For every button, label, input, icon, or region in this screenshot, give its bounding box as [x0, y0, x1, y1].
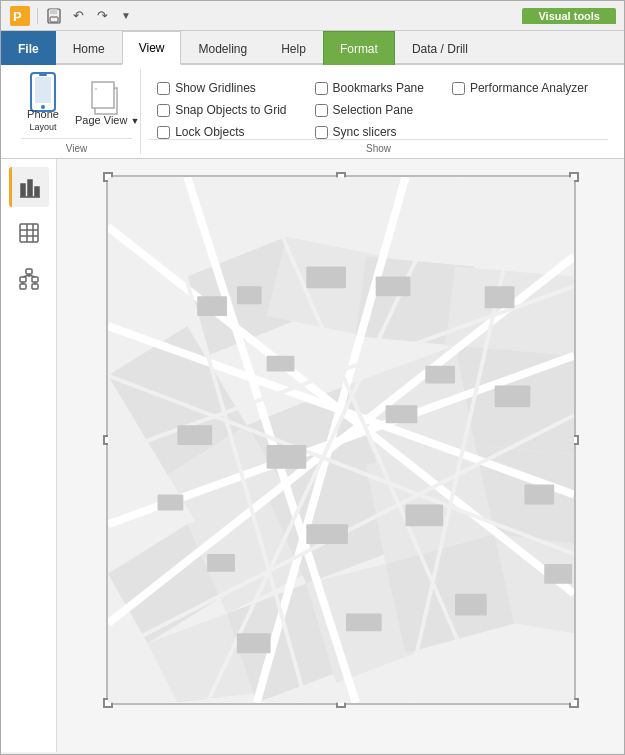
view-group-label: View [21, 138, 132, 154]
sidebar [1, 159, 57, 752]
svg-rect-24 [32, 277, 38, 282]
svg-rect-81 [524, 485, 554, 505]
phone-icon [27, 76, 59, 108]
svg-rect-13 [21, 184, 25, 196]
checkbox-bookmarks-input[interactable] [315, 82, 328, 95]
svg-rect-23 [20, 277, 26, 282]
svg-rect-17 [20, 224, 38, 242]
svg-rect-14 [28, 180, 32, 196]
svg-rect-82 [236, 633, 270, 653]
tab-file[interactable]: File [1, 31, 56, 65]
view-group-content: PhoneLayout Page View ▼ [21, 69, 145, 138]
ribbon-group-view: PhoneLayout Page View ▼ View [9, 69, 141, 154]
title-bar: P ↶ ↷ ▼ Visual tools [1, 1, 624, 31]
svg-rect-87 [157, 495, 183, 511]
checkbox-selection-input[interactable] [315, 104, 328, 117]
checkbox-sync[interactable]: Sync slicers [315, 125, 424, 139]
svg-rect-3 [50, 9, 57, 14]
map-container [108, 177, 574, 703]
tab-view[interactable]: View [122, 31, 182, 65]
main-area: ··· [1, 159, 624, 752]
checkbox-gridlines-label: Show Gridlines [175, 81, 256, 95]
checkbox-gridlines[interactable]: Show Gridlines [157, 81, 286, 95]
sidebar-item-hierarchy[interactable] [9, 259, 49, 299]
svg-rect-8 [39, 74, 47, 76]
tab-format[interactable]: Format [323, 31, 395, 65]
checkbox-col-3: Performance Analyzer [436, 75, 600, 95]
customize-button[interactable]: ▼ [116, 6, 136, 26]
svg-rect-84 [455, 594, 487, 616]
svg-rect-22 [26, 269, 32, 274]
redo-button[interactable]: ↷ [92, 6, 112, 26]
svg-rect-26 [32, 284, 38, 289]
svg-rect-86 [425, 366, 455, 384]
tab-data-drill[interactable]: Data / Drill [395, 31, 485, 65]
tab-home[interactable]: Home [56, 31, 122, 65]
show-group-label: Show [149, 139, 608, 154]
svg-rect-73 [484, 286, 514, 308]
page-view-button[interactable]: Page View ▼ [69, 78, 145, 130]
title-bar-icons: P ↶ ↷ ▼ [9, 5, 522, 27]
sidebar-item-bar-chart[interactable] [9, 167, 49, 207]
checkbox-bookmarks-label: Bookmarks Pane [333, 81, 424, 95]
checkbox-snap-label: Snap Objects to Grid [175, 103, 286, 117]
visual-tools-badge: Visual tools [522, 8, 616, 24]
app-icon: P [9, 5, 31, 27]
checkbox-col-2: Bookmarks Pane Selection Pane Sync slice… [299, 75, 436, 139]
svg-rect-85 [266, 356, 294, 372]
checkbox-selection-label: Selection Pane [333, 103, 414, 117]
svg-rect-4 [50, 17, 58, 22]
checkbox-col-1: Show Gridlines Snap Objects to Grid Lock… [157, 75, 298, 139]
svg-rect-74 [177, 425, 212, 445]
page-view-icon [91, 82, 123, 114]
separator [37, 8, 38, 24]
ribbon: PhoneLayout Page View ▼ View [1, 65, 624, 159]
svg-rect-72 [375, 276, 410, 296]
svg-rect-76 [385, 405, 417, 423]
svg-line-29 [29, 275, 35, 277]
svg-rect-6 [35, 77, 51, 103]
checkbox-performance-label: Performance Analyzer [470, 81, 588, 95]
canvas-area: ··· [57, 159, 624, 752]
map-widget[interactable]: ··· [106, 175, 576, 705]
ribbon-group-show: Show Gridlines Snap Objects to Grid Lock… [141, 69, 616, 154]
checkbox-bookmarks[interactable]: Bookmarks Pane [315, 81, 424, 95]
checkbox-snap[interactable]: Snap Objects to Grid [157, 103, 286, 117]
checkbox-lock-label: Lock Objects [175, 125, 244, 139]
checkbox-performance-input[interactable] [452, 82, 465, 95]
svg-rect-88 [544, 564, 572, 584]
checkbox-sync-label: Sync slicers [333, 125, 397, 139]
svg-rect-10 [92, 82, 114, 108]
checkbox-selection[interactable]: Selection Pane [315, 103, 424, 117]
sidebar-item-table[interactable] [9, 213, 49, 253]
svg-line-28 [23, 275, 29, 277]
checkbox-lock-input[interactable] [157, 126, 170, 139]
phone-layout-label: PhoneLayout [27, 108, 59, 132]
checkbox-lock[interactable]: Lock Objects [157, 125, 286, 139]
checkbox-performance[interactable]: Performance Analyzer [452, 81, 588, 95]
svg-rect-80 [405, 504, 443, 526]
undo-button[interactable]: ↶ [68, 6, 88, 26]
tab-bar: File Home View Modeling Help Format Data… [1, 31, 624, 65]
svg-rect-83 [345, 614, 381, 632]
tab-modeling[interactable]: Modeling [181, 31, 264, 65]
svg-text:P: P [13, 9, 22, 24]
phone-layout-button[interactable]: PhoneLayout [21, 72, 65, 136]
svg-rect-70 [236, 286, 261, 304]
checkbox-snap-input[interactable] [157, 104, 170, 117]
svg-rect-25 [20, 284, 26, 289]
svg-rect-15 [35, 187, 39, 196]
svg-rect-77 [494, 385, 530, 407]
svg-rect-79 [306, 524, 348, 544]
checkboxes-group: Show Gridlines Snap Objects to Grid Lock… [149, 69, 608, 139]
page-view-label: Page View ▼ [75, 114, 139, 126]
checkbox-gridlines-input[interactable] [157, 82, 170, 95]
tab-help[interactable]: Help [264, 31, 323, 65]
svg-rect-69 [197, 296, 227, 316]
svg-rect-71 [306, 266, 346, 288]
save-button[interactable] [44, 6, 64, 26]
svg-rect-75 [266, 445, 306, 469]
checkbox-sync-input[interactable] [315, 126, 328, 139]
svg-rect-78 [207, 554, 235, 572]
